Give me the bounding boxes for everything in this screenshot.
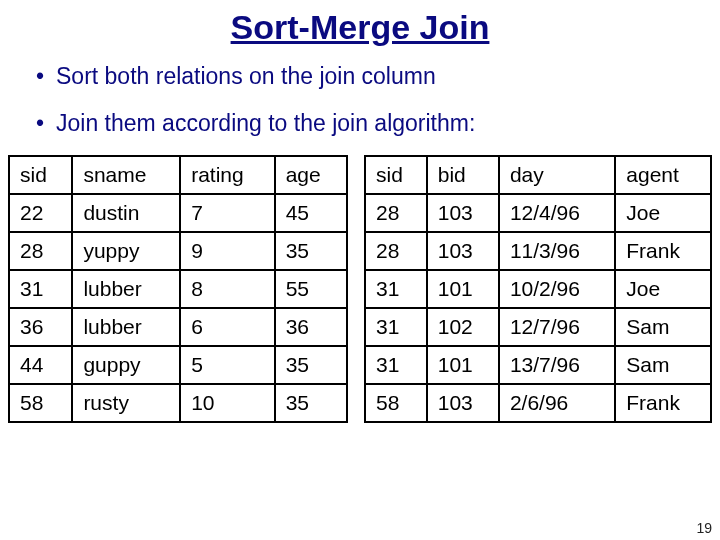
cell: 103 [427,232,499,270]
cell: 31 [365,346,427,384]
cell: rusty [72,384,180,422]
col-header: agent [615,156,711,194]
table-row: 31 101 10/2/96 Joe [365,270,711,308]
cell: 12/7/96 [499,308,615,346]
cell: 10 [180,384,274,422]
bullet-item: • Join them according to the join algori… [36,108,692,139]
cell: 35 [275,384,347,422]
cell: 6 [180,308,274,346]
cell: guppy [72,346,180,384]
cell: Joe [615,270,711,308]
bullet-list: • Sort both relations on the join column… [0,61,720,139]
table-row: 44 guppy 5 35 [9,346,347,384]
cell: 11/3/96 [499,232,615,270]
table-row: 31 102 12/7/96 Sam [365,308,711,346]
page-number: 19 [696,520,712,536]
cell: 35 [275,346,347,384]
cell: Joe [615,194,711,232]
cell: 101 [427,346,499,384]
cell: 103 [427,194,499,232]
reserves-table: sid bid day agent 28 103 12/4/96 Joe 28 … [364,155,712,423]
cell: Frank [615,232,711,270]
cell: 28 [365,194,427,232]
cell: Sam [615,308,711,346]
cell: Frank [615,384,711,422]
cell: 10/2/96 [499,270,615,308]
col-header: sid [365,156,427,194]
table-row: 22 dustin 7 45 [9,194,347,232]
cell: 22 [9,194,72,232]
cell: 28 [9,232,72,270]
cell: 44 [9,346,72,384]
slide-title: Sort-Merge Join [0,8,720,47]
cell: 28 [365,232,427,270]
cell: 103 [427,384,499,422]
cell: 5 [180,346,274,384]
table-row: 58 rusty 10 35 [9,384,347,422]
cell: 2/6/96 [499,384,615,422]
cell: 58 [9,384,72,422]
cell: 7 [180,194,274,232]
table-header-row: sid sname rating age [9,156,347,194]
cell: 55 [275,270,347,308]
table-row: 58 103 2/6/96 Frank [365,384,711,422]
cell: 31 [365,308,427,346]
cell: 36 [275,308,347,346]
cell: 13/7/96 [499,346,615,384]
col-header: sname [72,156,180,194]
table-row: 28 103 11/3/96 Frank [365,232,711,270]
cell: 58 [365,384,427,422]
bullet-text: Sort both relations on the join column [56,61,436,92]
cell: yuppy [72,232,180,270]
bullet-dot-icon: • [36,108,56,139]
col-header: bid [427,156,499,194]
cell: 31 [9,270,72,308]
cell: 102 [427,308,499,346]
sailors-table: sid sname rating age 22 dustin 7 45 28 y… [8,155,348,423]
cell: 31 [365,270,427,308]
cell: 12/4/96 [499,194,615,232]
table-row: 36 lubber 6 36 [9,308,347,346]
bullet-text: Join them according to the join algorith… [56,108,475,139]
cell: lubber [72,308,180,346]
table-row: 31 101 13/7/96 Sam [365,346,711,384]
col-header: age [275,156,347,194]
bullet-dot-icon: • [36,61,56,92]
table-row: 28 yuppy 9 35 [9,232,347,270]
cell: dustin [72,194,180,232]
tables-container: sid sname rating age 22 dustin 7 45 28 y… [0,155,720,423]
cell: 101 [427,270,499,308]
table-row: 28 103 12/4/96 Joe [365,194,711,232]
cell: lubber [72,270,180,308]
col-header: sid [9,156,72,194]
table-row: 31 lubber 8 55 [9,270,347,308]
cell: 35 [275,232,347,270]
cell: 9 [180,232,274,270]
cell: Sam [615,346,711,384]
table-header-row: sid bid day agent [365,156,711,194]
col-header: rating [180,156,274,194]
cell: 45 [275,194,347,232]
bullet-item: • Sort both relations on the join column [36,61,692,92]
cell: 8 [180,270,274,308]
cell: 36 [9,308,72,346]
col-header: day [499,156,615,194]
